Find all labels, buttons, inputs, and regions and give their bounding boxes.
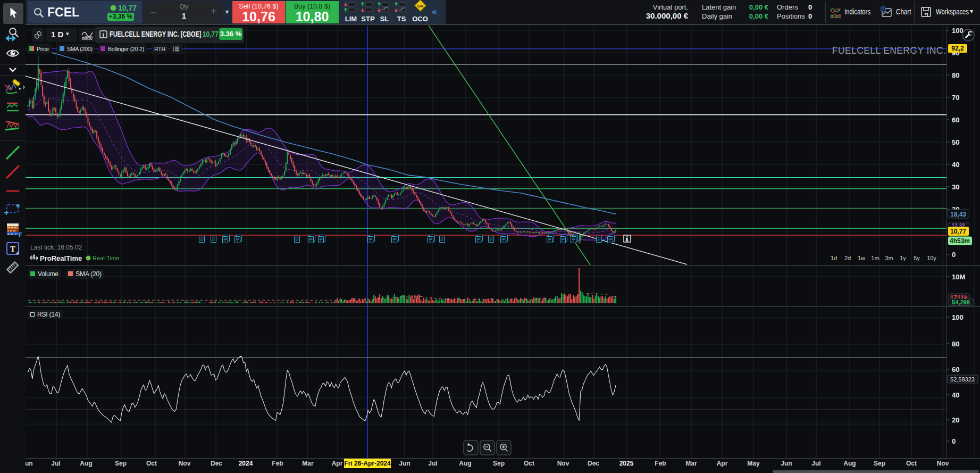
- svg-text:3m: 3m: [885, 255, 893, 261]
- svg-text:SL: SL: [380, 15, 389, 23]
- svg-text:Nov: Nov: [179, 460, 191, 467]
- svg-text:Dec: Dec: [588, 460, 599, 467]
- svg-text:Apr: Apr: [332, 460, 343, 467]
- svg-text:30: 30: [952, 183, 959, 191]
- svg-text:92,2: 92,2: [951, 45, 964, 52]
- svg-text:20: 20: [952, 416, 959, 424]
- svg-text:LIM: LIM: [345, 15, 357, 23]
- svg-text:Sep: Sep: [493, 460, 505, 467]
- svg-text:Mar: Mar: [302, 460, 314, 467]
- svg-text:Oct: Oct: [906, 460, 917, 467]
- svg-text:OCO: OCO: [412, 15, 428, 23]
- svg-text:STP: STP: [361, 15, 375, 23]
- svg-text:i: i: [103, 32, 104, 38]
- svg-text:10M: 10M: [952, 273, 965, 281]
- svg-text:Jul: Jul: [811, 460, 820, 467]
- svg-text:40: 40: [952, 391, 959, 399]
- svg-text:10y: 10y: [927, 255, 936, 261]
- svg-text:2024: 2024: [239, 460, 253, 467]
- svg-text:10,77: 10,77: [950, 228, 966, 235]
- svg-text:100: 100: [952, 313, 964, 321]
- svg-text:Sep: Sep: [115, 460, 127, 467]
- svg-text:1y: 1y: [900, 255, 906, 261]
- svg-text:ProRealTime: ProRealTime: [40, 254, 82, 262]
- svg-text:50: 50: [952, 138, 959, 146]
- svg-text:Oct: Oct: [524, 460, 534, 467]
- svg-text:Last tick: 16:05:02: Last tick: 16:05:02: [30, 244, 82, 251]
- svg-text:Apr: Apr: [717, 460, 728, 467]
- svg-text:OR: OR: [417, 4, 424, 9]
- svg-text:60: 60: [952, 116, 959, 124]
- svg-text:4h53m: 4h53m: [950, 237, 970, 245]
- svg-text:Nov: Nov: [557, 460, 569, 467]
- svg-text:1w: 1w: [858, 255, 865, 261]
- svg-text:Feb: Feb: [272, 460, 283, 467]
- svg-text:70: 70: [952, 94, 959, 102]
- svg-text:Aug: Aug: [843, 460, 856, 467]
- svg-text:Jun: Jun: [781, 460, 792, 467]
- svg-text:Aug: Aug: [80, 460, 92, 467]
- svg-text:40: 40: [952, 161, 959, 169]
- svg-text:80: 80: [952, 71, 959, 79]
- svg-text:52,59323: 52,59323: [950, 376, 975, 383]
- svg-text:60: 60: [952, 366, 959, 374]
- svg-text:T: T: [10, 245, 15, 253]
- svg-text:Jun: Jun: [399, 460, 410, 467]
- svg-text:54,298: 54,298: [952, 299, 970, 305]
- svg-text:Jul: Jul: [428, 460, 437, 467]
- svg-text:Nov: Nov: [937, 460, 949, 467]
- svg-text:FUELCELL ENERGY INC.: FUELCELL ENERGY INC.: [832, 45, 946, 56]
- svg-text:Real-Time: Real-Time: [93, 255, 119, 261]
- svg-text:Dec: Dec: [211, 460, 222, 467]
- svg-text:0: 0: [952, 437, 956, 445]
- svg-text:Fri 26-Apr-2024: Fri 26-Apr-2024: [344, 460, 391, 467]
- svg-text:1m: 1m: [871, 255, 879, 261]
- svg-text:0: 0: [952, 251, 956, 259]
- svg-text:5y: 5y: [914, 255, 920, 261]
- svg-text:Feb: Feb: [655, 460, 666, 467]
- svg-text:Oct: Oct: [146, 460, 157, 467]
- svg-text:80: 80: [952, 340, 959, 348]
- svg-text:Sep: Sep: [874, 460, 885, 467]
- svg-text:100: 100: [952, 27, 964, 35]
- svg-text:Jul: Jul: [51, 460, 60, 467]
- svg-text:May: May: [747, 460, 760, 467]
- svg-text:18,43: 18,43: [950, 211, 966, 218]
- svg-text:1d: 1d: [831, 255, 837, 261]
- svg-text:Aug: Aug: [459, 460, 471, 467]
- svg-text:2d: 2d: [844, 255, 851, 261]
- svg-text:F: F: [19, 231, 22, 239]
- svg-text:2025: 2025: [619, 460, 634, 467]
- svg-text:Mar: Mar: [685, 460, 697, 467]
- svg-text:TS: TS: [397, 15, 406, 23]
